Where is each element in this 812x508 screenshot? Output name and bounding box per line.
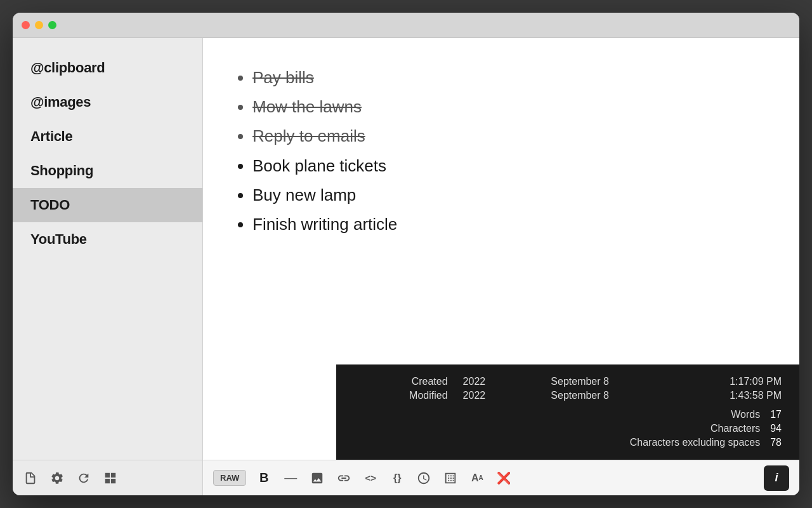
sidebar-item-clipboard[interactable]: @clipboard [13, 51, 202, 85]
info-panel: Created 2022 September 8 1:17:09 PM Modi… [336, 364, 799, 460]
sidebar-toolbar [13, 460, 202, 495]
divider-icon: — [282, 469, 299, 487]
table-icon[interactable] [442, 469, 459, 487]
metadata-grid: Created 2022 September 8 1:17:09 PM Modi… [354, 376, 782, 401]
created-month: September 8 [551, 376, 674, 387]
code-icon[interactable]: <> [362, 469, 379, 487]
created-label: Created [354, 376, 463, 387]
sidebar-item-youtube[interactable]: YouTube [13, 222, 202, 257]
list-item-book-tickets: Book plane tickets [252, 152, 768, 180]
chars-no-spaces-label: Characters excluding spaces [354, 437, 760, 448]
refresh-button[interactable] [76, 471, 91, 486]
list-item-pay-bills: Pay bills [252, 64, 768, 91]
words-label: Words [354, 409, 760, 420]
sidebar-item-article[interactable]: Article [13, 119, 202, 154]
modified-label: Modified [354, 390, 463, 401]
app-window: @clipboard @images Article Shopping TODO… [13, 13, 799, 495]
stats-grid: Words 17 Characters 94 Characters exclud… [354, 409, 782, 448]
modified-month: September 8 [551, 390, 674, 401]
characters-value: 94 [770, 423, 782, 434]
clear-format-icon[interactable]: ❌ [495, 469, 513, 487]
sidebar-items-list: @clipboard @images Article Shopping TODO… [13, 38, 202, 460]
created-time: 1:17:09 PM [674, 376, 782, 387]
grid-button[interactable] [103, 471, 118, 486]
characters-label: Characters [354, 423, 760, 434]
list-item-mow-lawns: Mow the lawns [252, 93, 768, 121]
clock-icon[interactable] [415, 469, 433, 487]
grid-icon [103, 471, 117, 485]
chars-no-spaces-value: 78 [770, 437, 782, 448]
list-item-finish-article: Finish writing article [252, 210, 768, 238]
titlebar [13, 13, 799, 38]
curly-braces-icon[interactable]: {} [388, 469, 406, 487]
maximize-button[interactable] [48, 21, 56, 29]
words-value: 17 [770, 409, 782, 420]
font-icon[interactable]: AA [468, 469, 486, 487]
bold-button[interactable]: B [255, 469, 273, 487]
main-content: @clipboard @images Article Shopping TODO… [13, 38, 799, 495]
list-item-buy-lamp: Buy new lamp [252, 181, 768, 209]
new-file-button[interactable] [23, 471, 38, 486]
refresh-icon [77, 471, 91, 485]
modified-year: 2022 [463, 390, 551, 401]
todo-list: Pay bills Mow the lawns Reply to emails … [235, 64, 768, 238]
settings-button[interactable] [49, 471, 65, 486]
modified-time: 1:43:58 PM [674, 390, 782, 401]
raw-button[interactable]: RAW [213, 470, 246, 486]
sidebar-item-shopping[interactable]: Shopping [13, 154, 202, 188]
created-year: 2022 [463, 376, 551, 387]
sidebar-item-todo[interactable]: TODO [13, 188, 202, 222]
traffic-lights [22, 21, 56, 29]
minimize-button[interactable] [35, 21, 43, 29]
info-button[interactable]: i [764, 465, 789, 491]
editor-panel: Pay bills Mow the lawns Reply to emails … [203, 38, 799, 495]
editor-toolbar: RAW B — <> {} [203, 460, 799, 495]
sidebar-item-images[interactable]: @images [13, 85, 202, 119]
settings-icon [50, 471, 64, 485]
new-file-icon [23, 471, 37, 485]
sidebar: @clipboard @images Article Shopping TODO… [13, 38, 203, 495]
close-button[interactable] [22, 21, 30, 29]
image-icon[interactable] [308, 469, 326, 487]
list-item-reply-emails: Reply to emails [252, 122, 768, 150]
link-icon[interactable] [335, 469, 353, 487]
